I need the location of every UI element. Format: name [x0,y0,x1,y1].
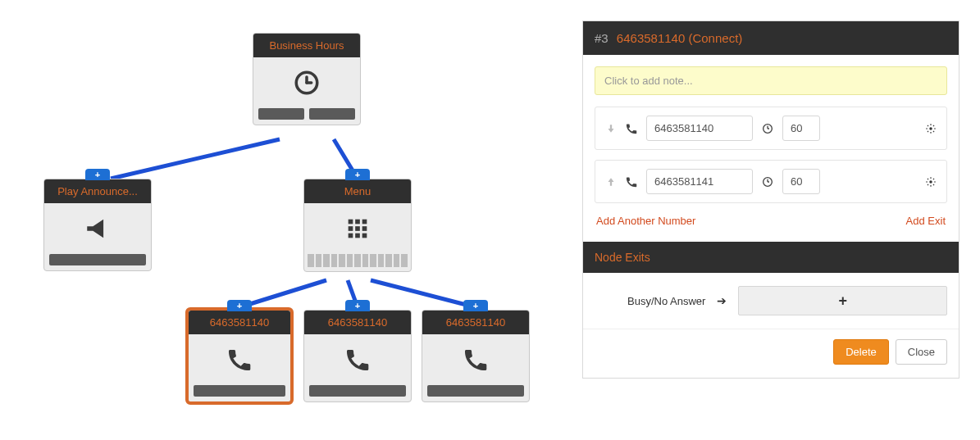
duration-input[interactable] [782,116,820,141]
add-child-tab[interactable]: + [345,169,370,180]
delete-button[interactable]: Delete [833,339,889,365]
add-number-link[interactable]: Add Another Number [596,215,695,227]
node-play-announcement[interactable]: + Play Announce... [43,179,152,271]
keypad-icon [344,215,371,243]
node-body [189,334,290,385]
node-connect-2[interactable]: + 6463581140 [303,310,412,402]
node-body [253,57,360,108]
svg-rect-9 [355,220,360,225]
phone-input[interactable] [646,169,753,194]
node-exits-header: Node Exits [583,242,959,273]
svg-line-4 [371,280,476,307]
exit-slot[interactable] [194,385,285,397]
clock-icon [761,175,774,188]
node-title: Play Announce... [44,179,151,203]
phone-icon [625,122,638,135]
menu-exits [304,254,411,271]
exit-row: Busy/No Answer ➔ + [583,273,959,329]
node-business-hours[interactable]: Business Hours [253,33,361,125]
link-row: Add Another Number Add Exit [595,213,947,230]
phone-input[interactable] [646,116,753,141]
svg-line-0 [111,139,280,179]
svg-line-2 [239,280,326,307]
svg-rect-14 [349,234,353,238]
gear-icon[interactable] [925,176,937,188]
node-exits [44,254,151,270]
panel-header: #3 6463581140 (Connect) [583,21,959,55]
add-child-tab[interactable]: + [345,300,370,311]
phone-icon [625,175,638,188]
exit-slot[interactable] [49,254,146,265]
node-title: 6463581140 [304,311,411,334]
add-child-tab[interactable]: + [227,300,252,311]
exit-slot[interactable] [258,108,304,120]
exit-slot[interactable] [427,385,524,397]
node-title: 6463581140 [189,311,290,334]
svg-point-20 [929,127,932,130]
svg-rect-8 [349,220,353,225]
node-exits [422,385,529,401]
exit-slot[interactable] [309,108,355,120]
svg-rect-16 [362,234,367,238]
node-body [304,334,411,385]
arrow-up-icon[interactable] [605,176,617,188]
node-connect-3[interactable]: + 6463581140 [422,310,530,402]
node-title: Business Hours [253,34,360,57]
exit-label: Busy/No Answer [627,295,705,307]
phone-icon [462,346,490,374]
node-menu[interactable]: + Menu [303,179,412,272]
panel-title: 6463581140 (Connect) [617,31,742,45]
node-title: 6463581140 [422,311,529,334]
node-body [44,203,151,254]
svg-rect-10 [362,220,367,225]
add-exit-link[interactable]: Add Exit [906,215,946,227]
arrow-down-icon[interactable] [605,123,617,134]
panel-index: #3 [595,31,609,45]
node-exits [189,385,290,401]
number-row [595,107,947,150]
add-child-tab[interactable]: + [85,169,110,180]
node-body [304,203,411,254]
svg-point-24 [929,180,932,184]
add-exit-button[interactable]: + [738,286,947,315]
megaphone-icon [84,215,112,243]
svg-rect-15 [355,234,360,238]
clock-icon [293,69,321,97]
node-body [422,334,529,385]
arrow-right-icon: ➔ [717,294,727,307]
svg-rect-12 [355,226,360,231]
number-row [595,160,947,203]
phone-icon [226,346,253,374]
gear-icon[interactable] [925,123,937,134]
panel-actions: Delete Close [583,329,959,378]
svg-rect-13 [362,226,367,231]
node-exits [304,385,411,401]
phone-icon [344,346,371,374]
svg-rect-11 [349,226,353,231]
note-field[interactable]: Click to add note... [595,66,947,95]
node-exits [253,108,360,125]
node-connect-1[interactable]: + 6463581140 [185,307,294,405]
node-title: Menu [304,179,411,203]
exit-slot[interactable] [309,385,406,397]
close-button[interactable]: Close [896,339,947,365]
duration-input[interactable] [782,169,820,194]
clock-icon [761,122,774,135]
detail-panel: #3 6463581140 (Connect) Click to add not… [582,20,959,379]
add-child-tab[interactable]: + [463,300,488,311]
